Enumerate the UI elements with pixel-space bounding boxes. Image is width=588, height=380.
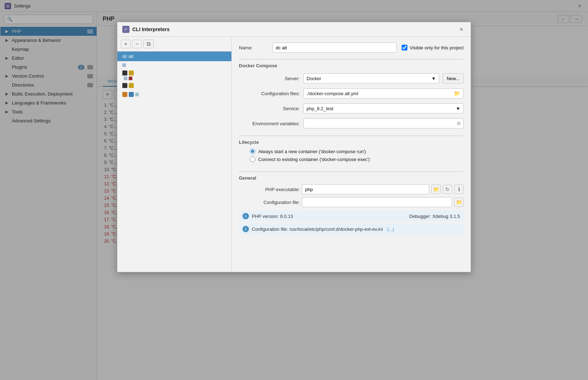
interp-color-chip — [122, 63, 126, 67]
interpreter-item-row3 — [117, 82, 231, 91]
svg-text:P: P — [125, 28, 127, 31]
sq-gold — [129, 70, 134, 75]
name-label: Name: — [239, 45, 268, 50]
new-server-button[interactable]: New... — [443, 73, 464, 83]
visible-checkbox[interactable] — [402, 45, 407, 50]
server-row: Server: Docker ▼ New... — [250, 73, 464, 83]
env-vars-row: Environment variables: ⧉ — [250, 118, 464, 128]
radio-always-new[interactable] — [250, 148, 255, 154]
docker-compose-section-header: Docker Compose — [239, 59, 464, 68]
general-section: General PHP executable: 📁 ↻ ℹ Configurat… — [239, 171, 464, 234]
visible-label: Visible only for this project — [410, 45, 464, 50]
php-version-text: PHP version: 8.0.13 — [252, 214, 293, 219]
php-exe-browse-button[interactable]: 📁 — [431, 185, 441, 194]
config-files-value-box: ./docker-compose.alt.yml 📁 — [303, 88, 464, 98]
service-select[interactable]: php_8.2_test ▼ — [303, 103, 464, 113]
service-row: Service: php_8.2_test ▼ — [250, 103, 464, 113]
name-input[interactable] — [273, 43, 397, 53]
visible-checkbox-container: Visible only for this project — [402, 45, 464, 50]
config-files-row: Configuration files: ./docker-compose.al… — [250, 88, 464, 98]
debugger-text: Debugger: Xdebug 3.1.5 — [409, 214, 460, 219]
interpreter-item-row4 — [117, 91, 231, 99]
config-file-info-row: i Configuration file: /usr/local/etc/php… — [239, 224, 464, 234]
name-row: Name: Visible only for this project — [239, 43, 464, 53]
service-label: Service: — [250, 106, 300, 111]
modal-left-panel: + − ⧉ dc alt — [117, 37, 232, 272]
add-interpreter-button[interactable]: + — [121, 40, 131, 48]
service-value: php_8.2_test — [307, 106, 333, 111]
interpreter-list: dc alt — [117, 52, 231, 272]
php-exe-input[interactable] — [302, 184, 429, 194]
config-files-label: Configuration files: — [250, 91, 300, 96]
config-file-info-link[interactable]: (...) — [387, 226, 394, 232]
info-icon: i — [242, 213, 249, 219]
config-file-input[interactable] — [302, 197, 452, 207]
lifecycle-section: Lifecycle Always start a new container (… — [239, 136, 464, 164]
sq-orange — [122, 92, 127, 97]
sq-red — [129, 77, 132, 80]
modal-title: CLI Interpreters — [132, 26, 457, 32]
radio2-label: Connect to existing container ('docker-c… — [258, 157, 370, 162]
php-exe-refresh-button[interactable]: ↻ — [443, 185, 452, 194]
server-label: Server: — [250, 76, 300, 81]
general-title: General — [239, 171, 464, 181]
config-file-browse-button[interactable]: 📁 — [454, 198, 464, 207]
radio-row-2: Connect to existing container ('docker-c… — [250, 156, 464, 162]
php-version-info-row: i PHP version: 8.0.13 Debugger: Xdebug 3… — [239, 211, 464, 221]
sq-gold — [129, 83, 134, 88]
cli-interpreters-modal: P CLI Interpreters × + − ⧉ dc alt — [117, 22, 471, 272]
radio1-label: Always start a new container ('docker-co… — [258, 149, 366, 154]
modal-right-panel: Name: Visible only for this project Dock… — [232, 37, 471, 272]
sq-lightblue — [135, 93, 139, 96]
lifecycle-title: Lifecycle — [239, 136, 464, 145]
radio-row-1: Always start a new container ('docker-co… — [250, 148, 464, 154]
server-select[interactable]: Docker ▼ — [303, 73, 439, 83]
settings-window: S Settings × ▶ PHP ▶ Appearance & Behavi… — [0, 0, 588, 380]
php-exe-info-button[interactable]: ℹ — [454, 185, 464, 194]
copy-env-icon[interactable]: ⧉ — [457, 121, 460, 126]
modal-left-toolbar: + − ⧉ — [117, 37, 231, 52]
interpreter-icons-row — [117, 61, 231, 69]
modal-body: + − ⧉ dc alt — [117, 37, 471, 272]
radio-connect-existing[interactable] — [250, 156, 255, 162]
interpreter-item-label: dc alt — [122, 54, 133, 59]
env-vars-label: Environment variables: — [250, 121, 300, 126]
remove-interpreter-button[interactable]: − — [132, 40, 142, 48]
modal-overlay: P CLI Interpreters × + − ⧉ dc alt — [0, 0, 588, 380]
info-icon-2: i — [242, 226, 249, 232]
copy-interpreter-button[interactable]: ⧉ — [143, 40, 154, 48]
modal-icon: P — [122, 26, 129, 33]
php-exe-label: PHP executable: — [250, 187, 300, 192]
sq-dark — [122, 83, 127, 88]
sq-blue — [124, 77, 127, 80]
modal-title-bar: P CLI Interpreters × — [117, 22, 471, 37]
modal-close-button[interactable]: × — [457, 25, 466, 34]
chevron-down-icon: ▼ — [456, 106, 460, 111]
config-files-value: ./docker-compose.alt.yml — [307, 91, 358, 96]
interpreter-item-dc-alt[interactable]: dc alt — [117, 52, 231, 61]
sq-blue2 — [129, 92, 134, 97]
config-file-info-text: Configuration file: /usr/local/etc/php/c… — [252, 226, 383, 232]
interpreter-item-row2 — [117, 69, 231, 82]
server-value: Docker — [307, 76, 321, 81]
config-file-row: Configuration file: 📁 — [250, 197, 464, 207]
folder-icon[interactable]: 📁 — [453, 90, 460, 97]
config-file-label: Configuration file: — [250, 200, 300, 205]
env-vars-input[interactable]: ⧉ — [303, 118, 464, 128]
php-exe-row: PHP executable: 📁 ↻ ℹ — [250, 184, 464, 194]
sq-dark — [122, 70, 127, 75]
chevron-down-icon: ▼ — [431, 76, 436, 81]
